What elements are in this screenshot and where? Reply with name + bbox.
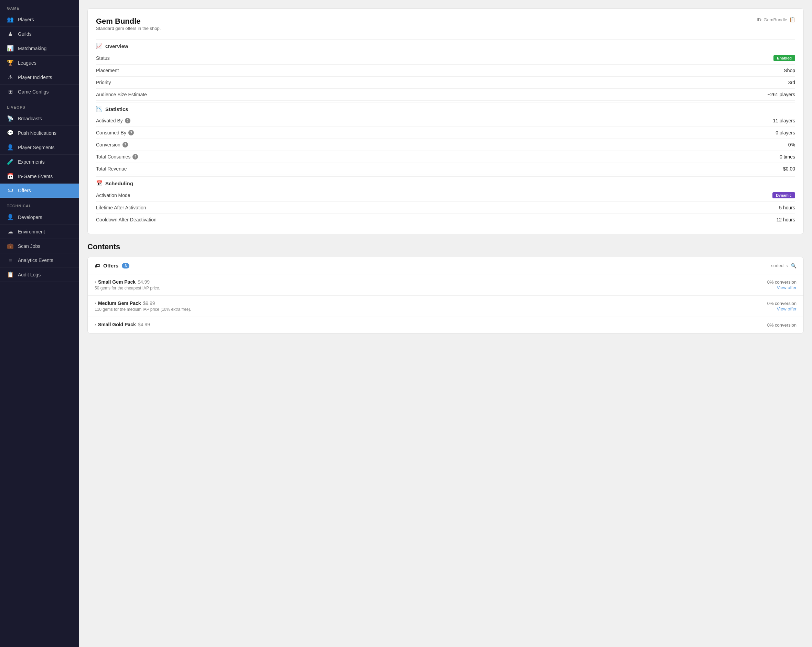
contents-section: Contents 🏷 Offers 3 sorted › 🔍: [87, 242, 804, 333]
audience-row: Audience Size Estimate ~261 players: [96, 89, 795, 101]
activation-mode-badge: Dynamic: [772, 192, 795, 198]
placement-row: Placement Shop: [96, 65, 795, 77]
offer-conversion: 0% conversion: [767, 301, 797, 306]
chevron-icon[interactable]: ›: [95, 322, 96, 327]
experiments-icon: 🧪: [7, 158, 14, 165]
sidebar-item-developers[interactable]: 👤 Developers: [0, 210, 79, 224]
offer-name-text: Medium Gem Pack: [98, 300, 141, 306]
offer-price: $9.99: [143, 300, 155, 306]
conversion-row: Conversion ? 0%: [96, 139, 795, 151]
sidebar-item-leagues[interactable]: 🏆 Leagues: [0, 56, 79, 70]
consumed-by-help[interactable]: ?: [128, 130, 134, 135]
total-revenue-row: Total Revenue $0.00: [96, 163, 795, 175]
sidebar-item-label: Scan Jobs: [18, 244, 40, 249]
total-consumes-label: Total Consumes ?: [96, 154, 138, 160]
sidebar-item-scan-jobs[interactable]: 💼 Scan Jobs: [0, 239, 79, 253]
scan-jobs-icon: 💼: [7, 243, 14, 249]
card-id-text: ID: GemBundle: [757, 17, 787, 22]
scheduling-label: Scheduling: [105, 181, 133, 186]
offer-name: › Small Gold Pack $4.99: [95, 322, 150, 327]
sort-arrow-icon[interactable]: ›: [786, 263, 788, 268]
sidebar: Game 👥 Players ♟ Guilds 📊 Matchmaking 🏆 …: [0, 0, 79, 647]
placement-label: Placement: [96, 68, 119, 73]
sidebar-item-offers[interactable]: 🏷 Offers: [0, 184, 79, 198]
copy-icon[interactable]: 📋: [789, 17, 795, 22]
cooldown-label: Cooldown After Deactivation: [96, 217, 157, 222]
sidebar-item-label: Developers: [18, 215, 42, 220]
sidebar-item-player-incidents[interactable]: ⚠ Player Incidents: [0, 70, 79, 85]
sidebar-item-label: Matchmaking: [18, 46, 46, 51]
offer-right: 0% conversion: [767, 323, 797, 327]
status-badge: Enabled: [774, 55, 795, 61]
sidebar-item-matchmaking[interactable]: 📊 Matchmaking: [0, 41, 79, 56]
activated-by-value: 11 players: [773, 118, 795, 123]
card-id: ID: GemBundle 📋: [757, 17, 795, 22]
activated-by-row: Activated By ? 11 players: [96, 115, 795, 127]
statistics-icon: 📉: [96, 106, 102, 112]
main-content: Gem Bundle Standard gem offers in the sh…: [79, 0, 812, 647]
environment-icon: ☁: [7, 228, 14, 235]
sidebar-item-label: Player Incidents: [18, 75, 52, 80]
contents-card: 🏷 Offers 3 sorted › 🔍 › Small Gem Pack: [87, 257, 804, 333]
offer-desc: 110 gems for the medium IAP price (10% e…: [95, 307, 191, 312]
push-notifications-icon: 💬: [7, 129, 14, 136]
offer-row: › Small Gold Pack $4.99 0% conversion: [88, 317, 803, 333]
offer-row-top: › Medium Gem Pack $9.99 110 gems for the…: [95, 300, 797, 312]
lifetime-label: Lifetime After Activation: [96, 205, 146, 210]
sidebar-item-label: Audit Logs: [18, 272, 41, 277]
sidebar-item-guilds[interactable]: ♟ Guilds: [0, 27, 79, 41]
offer-name: › Medium Gem Pack $9.99: [95, 300, 191, 306]
offer-left: › Small Gem Pack $4.99 50 gems for the c…: [95, 279, 160, 291]
total-consumes-row: Total Consumes ? 0 times: [96, 151, 795, 163]
scheduling-section: 📅 Scheduling: [96, 177, 795, 189]
contents-card-header: 🏷 Offers 3 sorted › 🔍: [88, 257, 803, 274]
sidebar-item-broadcasts[interactable]: 📡 Broadcasts: [0, 111, 79, 126]
search-icon[interactable]: 🔍: [791, 263, 797, 268]
consumed-by-label: Consumed By ?: [96, 130, 134, 135]
consumed-by-row: Consumed By ? 0 players: [96, 127, 795, 139]
sidebar-item-label: Broadcasts: [18, 116, 42, 121]
priority-value: 3rd: [788, 80, 795, 85]
sorted-controls: sorted › 🔍: [771, 263, 797, 268]
offers-tag-icon: 🏷: [95, 263, 100, 268]
chevron-icon[interactable]: ›: [95, 301, 96, 306]
activated-by-help[interactable]: ?: [125, 118, 130, 123]
activation-mode-row: Activation Mode Dynamic: [96, 189, 795, 202]
conversion-help[interactable]: ?: [122, 142, 128, 148]
sidebar-item-player-segments[interactable]: 👤 Player Segments: [0, 140, 79, 155]
chevron-icon[interactable]: ›: [95, 280, 96, 284]
sidebar-item-experiments[interactable]: 🧪 Experiments: [0, 155, 79, 169]
view-offer-link[interactable]: View offer: [777, 306, 797, 312]
sidebar-item-audit-logs[interactable]: 📋 Audit Logs: [0, 268, 79, 282]
offers-count-badge: 3: [122, 263, 129, 268]
matchmaking-icon: 📊: [7, 45, 14, 52]
liveops-section-label: LiveOps: [0, 99, 79, 111]
placement-value: Shop: [784, 68, 795, 73]
statistics-section: 📉 Statistics: [96, 102, 795, 115]
player-incidents-icon: ⚠: [7, 74, 14, 81]
offers-icon: 🏷: [7, 187, 14, 193]
sorted-label: sorted: [771, 263, 783, 268]
priority-row: Priority 3rd: [96, 77, 795, 89]
sidebar-item-in-game-events[interactable]: 📅 In-Game Events: [0, 169, 79, 184]
sidebar-item-label: Experiments: [18, 159, 45, 165]
card-subtitle: Standard gem offers in the shop.: [96, 26, 161, 31]
sidebar-item-analytics-events[interactable]: ≡ Analytics Events: [0, 253, 79, 268]
lifetime-row: Lifetime After Activation 5 hours: [96, 202, 795, 214]
offer-name-text: Small Gold Pack: [98, 322, 136, 327]
offer-right: 0% conversion View offer: [767, 280, 797, 290]
sidebar-item-push-notifications[interactable]: 💬 Push Notifications: [0, 126, 79, 140]
sidebar-item-label: Guilds: [18, 31, 32, 37]
sidebar-item-environment[interactable]: ☁ Environment: [0, 224, 79, 239]
audit-logs-icon: 📋: [7, 271, 14, 278]
card-title: Gem Bundle: [96, 17, 161, 26]
broadcasts-icon: 📡: [7, 115, 14, 122]
view-offer-link[interactable]: View offer: [777, 285, 797, 290]
sidebar-item-game-configs[interactable]: ⊞ Game Configs: [0, 85, 79, 99]
statistics-label: Statistics: [105, 106, 128, 112]
status-row: Status Enabled: [96, 52, 795, 65]
total-consumes-help[interactable]: ?: [133, 154, 138, 160]
sidebar-item-players[interactable]: 👥 Players: [0, 12, 79, 27]
offer-name: › Small Gem Pack $4.99: [95, 279, 160, 285]
offer-left: › Small Gold Pack $4.99: [95, 322, 150, 328]
